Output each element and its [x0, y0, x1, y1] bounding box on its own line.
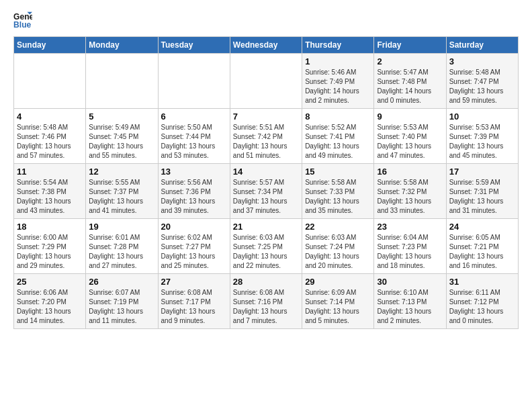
day-cell: 29Sunrise: 6:09 AM Sunset: 7:14 PM Dayli…: [302, 274, 374, 329]
day-number: 24: [449, 222, 515, 232]
week-row-3: 11Sunrise: 5:54 AM Sunset: 7:38 PM Dayli…: [14, 164, 519, 219]
day-number: 29: [305, 277, 371, 287]
day-cell: [230, 54, 302, 109]
day-cell: 26Sunrise: 6:07 AM Sunset: 7:19 PM Dayli…: [86, 274, 158, 329]
day-info: Sunrise: 5:58 AM Sunset: 7:33 PM Dayligh…: [305, 178, 371, 216]
day-cell: 22Sunrise: 6:03 AM Sunset: 7:24 PM Dayli…: [302, 219, 374, 274]
day-cell: 18Sunrise: 6:00 AM Sunset: 7:29 PM Dayli…: [14, 219, 86, 274]
day-cell: 11Sunrise: 5:54 AM Sunset: 7:38 PM Dayli…: [14, 164, 86, 219]
weekday-header-monday: Monday: [86, 37, 158, 54]
day-number: 19: [89, 222, 154, 232]
day-number: 7: [233, 111, 299, 122]
day-info: Sunrise: 5:55 AM Sunset: 7:37 PM Dayligh…: [89, 178, 154, 216]
day-info: Sunrise: 5:46 AM Sunset: 7:49 PM Dayligh…: [305, 68, 371, 105]
day-number: 31: [449, 277, 515, 287]
day-info: Sunrise: 5:54 AM Sunset: 7:38 PM Dayligh…: [17, 178, 83, 216]
day-info: Sunrise: 6:10 AM Sunset: 7:13 PM Dayligh…: [377, 288, 443, 326]
weekday-header-sunday: Sunday: [14, 37, 86, 54]
day-cell: 16Sunrise: 5:58 AM Sunset: 7:32 PM Dayli…: [374, 164, 446, 219]
day-number: 18: [17, 222, 83, 232]
day-number: 28: [233, 277, 299, 287]
day-info: Sunrise: 5:50 AM Sunset: 7:44 PM Dayligh…: [161, 123, 227, 161]
day-info: Sunrise: 5:58 AM Sunset: 7:32 PM Dayligh…: [377, 178, 443, 216]
day-cell: 13Sunrise: 5:56 AM Sunset: 7:36 PM Dayli…: [158, 164, 230, 219]
day-number: 17: [449, 167, 515, 177]
day-info: Sunrise: 6:01 AM Sunset: 7:28 PM Dayligh…: [89, 233, 154, 271]
calendar-table: SundayMondayTuesdayWednesdayThursdayFrid…: [13, 36, 519, 329]
day-number: 27: [161, 277, 227, 287]
day-cell: 27Sunrise: 6:08 AM Sunset: 7:17 PM Dayli…: [158, 274, 230, 329]
weekday-header-friday: Friday: [374, 37, 446, 54]
day-info: Sunrise: 6:07 AM Sunset: 7:19 PM Dayligh…: [89, 288, 154, 326]
day-cell: 23Sunrise: 6:04 AM Sunset: 7:23 PM Dayli…: [374, 219, 446, 274]
week-row-1: 1Sunrise: 5:46 AM Sunset: 7:49 PM Daylig…: [14, 54, 519, 109]
weekday-header-saturday: Saturday: [446, 37, 518, 54]
day-cell: 19Sunrise: 6:01 AM Sunset: 7:28 PM Dayli…: [86, 219, 158, 274]
week-row-5: 25Sunrise: 6:06 AM Sunset: 7:20 PM Dayli…: [14, 274, 519, 329]
day-info: Sunrise: 6:06 AM Sunset: 7:20 PM Dayligh…: [17, 288, 83, 326]
logo: General Blue: [13, 11, 36, 30]
day-cell: 25Sunrise: 6:06 AM Sunset: 7:20 PM Dayli…: [14, 274, 86, 329]
day-number: 23: [377, 222, 443, 232]
day-number: 15: [305, 167, 371, 177]
day-number: 3: [449, 56, 515, 66]
day-number: 5: [89, 111, 154, 122]
day-number: 1: [305, 56, 371, 66]
day-cell: 4Sunrise: 5:48 AM Sunset: 7:46 PM Daylig…: [14, 109, 86, 164]
weekday-header-thursday: Thursday: [302, 37, 374, 54]
day-cell: 10Sunrise: 5:53 AM Sunset: 7:39 PM Dayli…: [446, 109, 518, 164]
day-info: Sunrise: 5:56 AM Sunset: 7:36 PM Dayligh…: [161, 178, 227, 216]
day-number: 11: [17, 167, 83, 177]
day-cell: 12Sunrise: 5:55 AM Sunset: 7:37 PM Dayli…: [86, 164, 158, 219]
day-cell: 7Sunrise: 5:51 AM Sunset: 7:42 PM Daylig…: [230, 109, 302, 164]
day-cell: 1Sunrise: 5:46 AM Sunset: 7:49 PM Daylig…: [302, 54, 374, 109]
day-cell: 17Sunrise: 5:59 AM Sunset: 7:31 PM Dayli…: [446, 164, 518, 219]
day-cell: [14, 54, 86, 109]
day-cell: 9Sunrise: 5:53 AM Sunset: 7:40 PM Daylig…: [374, 109, 446, 164]
day-info: Sunrise: 5:57 AM Sunset: 7:34 PM Dayligh…: [233, 178, 299, 216]
calendar-page: General Blue SundayMondayTuesdayWednesda…: [0, 0, 532, 340]
day-info: Sunrise: 6:00 AM Sunset: 7:29 PM Dayligh…: [17, 233, 83, 271]
day-info: Sunrise: 6:08 AM Sunset: 7:16 PM Dayligh…: [233, 288, 299, 326]
day-number: 12: [89, 167, 154, 177]
day-info: Sunrise: 5:53 AM Sunset: 7:39 PM Dayligh…: [449, 123, 515, 161]
day-info: Sunrise: 6:03 AM Sunset: 7:25 PM Dayligh…: [233, 233, 299, 271]
day-cell: 28Sunrise: 6:08 AM Sunset: 7:16 PM Dayli…: [230, 274, 302, 329]
day-info: Sunrise: 6:03 AM Sunset: 7:24 PM Dayligh…: [305, 233, 371, 271]
day-number: 20: [161, 222, 227, 232]
day-number: 16: [377, 167, 443, 177]
header: General Blue: [13, 11, 519, 30]
day-cell: 31Sunrise: 6:11 AM Sunset: 7:12 PM Dayli…: [446, 274, 518, 329]
day-info: Sunrise: 6:11 AM Sunset: 7:12 PM Dayligh…: [449, 288, 515, 326]
day-number: 8: [305, 111, 371, 122]
day-cell: 15Sunrise: 5:58 AM Sunset: 7:33 PM Dayli…: [302, 164, 374, 219]
day-number: 26: [89, 277, 154, 287]
day-cell: [158, 54, 230, 109]
day-cell: 24Sunrise: 6:05 AM Sunset: 7:21 PM Dayli…: [446, 219, 518, 274]
day-number: 22: [305, 222, 371, 232]
day-number: 30: [377, 277, 443, 287]
weekday-header-wednesday: Wednesday: [230, 37, 302, 54]
day-info: Sunrise: 5:48 AM Sunset: 7:47 PM Dayligh…: [449, 68, 515, 105]
day-cell: 3Sunrise: 5:48 AM Sunset: 7:47 PM Daylig…: [446, 54, 518, 109]
day-number: 10: [449, 111, 515, 122]
day-cell: [86, 54, 158, 109]
day-number: 13: [161, 167, 227, 177]
day-number: 6: [161, 111, 227, 122]
day-info: Sunrise: 6:09 AM Sunset: 7:14 PM Dayligh…: [305, 288, 371, 326]
day-info: Sunrise: 5:49 AM Sunset: 7:45 PM Dayligh…: [89, 123, 154, 161]
svg-text:Blue: Blue: [13, 20, 32, 30]
day-info: Sunrise: 6:04 AM Sunset: 7:23 PM Dayligh…: [377, 233, 443, 271]
day-info: Sunrise: 5:52 AM Sunset: 7:41 PM Dayligh…: [305, 123, 371, 161]
day-cell: 14Sunrise: 5:57 AM Sunset: 7:34 PM Dayli…: [230, 164, 302, 219]
day-number: 4: [17, 111, 83, 122]
day-number: 9: [377, 111, 443, 122]
day-number: 14: [233, 167, 299, 177]
week-row-4: 18Sunrise: 6:00 AM Sunset: 7:29 PM Dayli…: [14, 219, 519, 274]
weekday-header-row: SundayMondayTuesdayWednesdayThursdayFrid…: [14, 37, 519, 54]
weekday-header-tuesday: Tuesday: [158, 37, 230, 54]
day-cell: 20Sunrise: 6:02 AM Sunset: 7:27 PM Dayli…: [158, 219, 230, 274]
day-cell: 6Sunrise: 5:50 AM Sunset: 7:44 PM Daylig…: [158, 109, 230, 164]
day-number: 2: [377, 56, 443, 66]
week-row-2: 4Sunrise: 5:48 AM Sunset: 7:46 PM Daylig…: [14, 109, 519, 164]
